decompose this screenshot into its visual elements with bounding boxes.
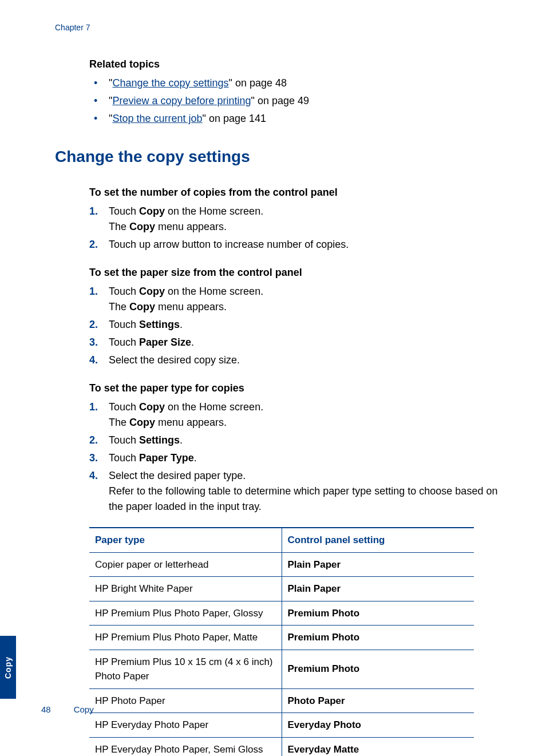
footer-section: Copy [74, 704, 94, 714]
table-cell: Premium Photo [282, 650, 474, 688]
table-cell: HP Premium Plus Photo Paper, Matte [89, 626, 282, 650]
table-row: Copier paper or letterheadPlain Paper [89, 552, 474, 577]
table-cell: Photo Paper [282, 688, 474, 713]
step-text: Touch [109, 337, 139, 348]
step-text: menu appears. [155, 417, 227, 428]
table-row: HP Premium Plus Photo Paper, MattePremiu… [89, 626, 474, 650]
related-link[interactable]: Change the copy settings [112, 77, 228, 89]
step-text: on the Home screen. [165, 401, 263, 413]
step-item: 4.Select the desired copy size. [89, 353, 500, 368]
related-link[interactable]: Stop the current job [112, 113, 202, 124]
step-text: Select the desired paper type. [109, 470, 246, 481]
step-number: 2. [89, 433, 98, 448]
step-list: 1.Touch Copy on the Home screen.The Copy… [89, 284, 500, 368]
chapter-label: Chapter 7 [55, 22, 500, 34]
step-number: 4. [89, 353, 98, 368]
table-cell: HP Everyday Photo Paper, Semi Gloss [89, 737, 282, 756]
step-number: 3. [89, 335, 98, 350]
table-cell: HP Everyday Photo Paper [89, 713, 282, 738]
table-header: Paper type [89, 528, 282, 552]
step-number: 2. [89, 237, 98, 252]
table-cell: HP Premium Plus Photo Paper, Glossy [89, 601, 282, 626]
step-bold: Copy [129, 301, 155, 312]
step-text: Touch up arrow button to increase number… [109, 239, 349, 250]
step-bold: Paper Type [139, 452, 194, 464]
step-bold: Copy [129, 221, 155, 232]
side-tab: Copy [0, 636, 16, 699]
table-cell: HP Premium Plus 10 x 15 cm (4 x 6 inch) … [89, 650, 282, 688]
step-text: on the Home screen. [165, 205, 263, 217]
step-number: 2. [89, 317, 98, 333]
step-list: 1.Touch Copy on the Home screen.The Copy… [89, 204, 500, 252]
step-number: 3. [89, 450, 98, 466]
step-item: 4.Select the desired paper type.Refer to… [89, 468, 500, 514]
step-item: 2.Touch Settings. [89, 433, 500, 448]
link-suffix: " on page 141 [203, 113, 267, 124]
step-list: 1.Touch Copy on the Home screen.The Copy… [89, 399, 500, 514]
step-text: menu appears. [155, 301, 227, 312]
table-cell: Copier paper or letterhead [89, 552, 282, 577]
related-link[interactable]: Preview a copy before printing [112, 95, 251, 106]
list-item: "Change the copy settings" on page 48 [89, 76, 500, 91]
page-footer: 48Copy [41, 703, 94, 717]
step-text: Touch [109, 286, 139, 297]
table-row: HP Photo PaperPhoto Paper [89, 688, 474, 713]
step-text: Touch [109, 205, 139, 217]
table-cell: HP Bright White Paper [89, 577, 282, 601]
main-heading: Change the copy settings [55, 145, 500, 169]
step-text: The [109, 221, 129, 232]
step-text: Select the desired copy size. [109, 354, 240, 366]
table-row: HP Everyday Photo Paper, Semi GlossEvery… [89, 737, 474, 756]
step-bold: Copy [139, 286, 165, 297]
step-bold: Settings [139, 434, 180, 446]
step-item: 2.Touch Settings. [89, 317, 500, 333]
step-item: 1.Touch Copy on the Home screen.The Copy… [89, 284, 500, 315]
step-item: 3.Touch Paper Size. [89, 335, 500, 350]
step-text: . [180, 319, 183, 330]
page-number: 48 [41, 704, 51, 714]
table-cell: Everyday Matte [282, 737, 474, 756]
table-cell: HP Photo Paper [89, 688, 282, 713]
section-heading: To set the paper type for copies [89, 381, 500, 396]
step-text: Touch [109, 319, 139, 330]
section-heading: To set the paper size from the control p… [89, 265, 500, 280]
table-cell: Premium Photo [282, 601, 474, 626]
table-cell: Plain Paper [282, 577, 474, 601]
step-tail: Refer to the following table to determin… [109, 484, 500, 514]
table-row: HP Premium Plus 10 x 15 cm (4 x 6 inch) … [89, 650, 474, 688]
step-item: 1.Touch Copy on the Home screen.The Copy… [89, 204, 500, 235]
step-text: Touch [109, 434, 139, 446]
paper-type-table: Paper type Control panel setting Copier … [89, 527, 474, 756]
table-row: HP Premium Plus Photo Paper, GlossyPremi… [89, 601, 474, 626]
step-number: 1. [89, 399, 98, 415]
table-cell: Plain Paper [282, 552, 474, 577]
step-number: 1. [89, 204, 98, 219]
step-text: . [194, 452, 197, 464]
step-number: 4. [89, 468, 98, 484]
list-item: "Stop the current job" on page 141 [89, 111, 500, 126]
related-topics-heading: Related topics [89, 57, 500, 72]
step-text: . [191, 337, 194, 348]
section-heading: To set the number of copies from the con… [89, 185, 500, 200]
step-text: on the Home screen. [165, 286, 263, 297]
step-text: . [180, 434, 183, 446]
step-item: 1.Touch Copy on the Home screen.The Copy… [89, 399, 500, 430]
step-text: Touch [109, 401, 139, 413]
step-text: menu appears. [155, 221, 227, 232]
link-suffix: " on page 48 [229, 77, 287, 89]
step-bold: Copy [139, 401, 165, 413]
step-item: 2.Touch up arrow button to increase numb… [89, 237, 500, 252]
step-text: The [109, 417, 129, 428]
step-number: 1. [89, 284, 98, 299]
table-header: Control panel setting [282, 528, 474, 552]
table-row: HP Bright White PaperPlain Paper [89, 577, 474, 601]
link-suffix: " on page 49 [251, 95, 309, 106]
table-row: HP Everyday Photo PaperEveryday Photo [89, 713, 474, 738]
step-bold: Paper Size [139, 337, 191, 348]
table-cell: Everyday Photo [282, 713, 474, 738]
related-topics-list: "Change the copy settings" on page 48 "P… [89, 76, 500, 126]
step-text: Touch [109, 452, 139, 464]
step-bold: Copy [139, 205, 165, 217]
step-bold: Settings [139, 319, 180, 330]
table-cell: Premium Photo [282, 626, 474, 650]
